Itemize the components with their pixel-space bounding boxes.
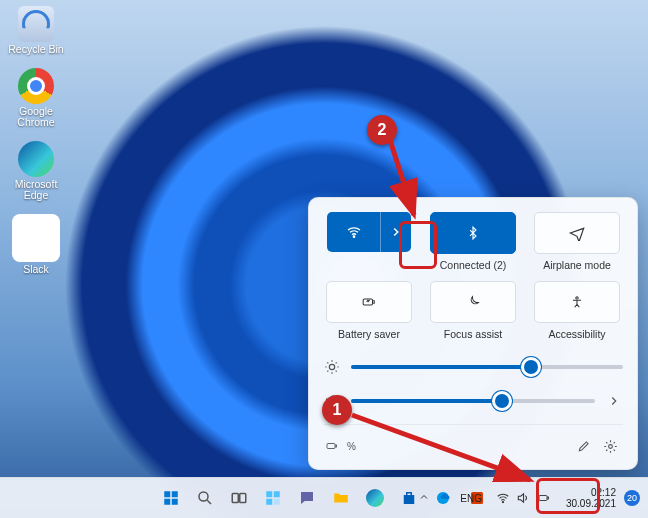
taskbar-system-tray: ENG 02:12 30.09.2021 20 [418, 487, 640, 509]
taskbar-clock[interactable]: 02:12 30.09.2021 [566, 487, 616, 509]
svg-point-3 [576, 297, 578, 299]
quick-settings-panel: Connected (2) Airplane mode Battery save… [308, 197, 638, 470]
battery-icon [536, 492, 552, 504]
bluetooth-toggle[interactable] [430, 212, 516, 254]
clock-time: 02:12 [591, 487, 616, 498]
tile-bluetooth: Connected (2) [427, 212, 519, 271]
svg-point-4 [329, 364, 334, 369]
moon-icon [466, 295, 480, 309]
desktop-icon-label: Microsoft Edge [6, 179, 66, 202]
recycle-bin-icon [18, 6, 54, 42]
taskbar: ENG 02:12 30.09.2021 20 [0, 477, 648, 518]
airplane-icon [569, 225, 585, 241]
svg-rect-5 [327, 444, 335, 449]
svg-rect-14 [240, 494, 246, 503]
volume-icon [516, 491, 530, 505]
widgets-button[interactable] [259, 484, 287, 512]
battery-icon [323, 440, 341, 452]
wifi-icon [346, 224, 362, 240]
annotation-step-1: 1 [322, 395, 352, 425]
tile-label: Airplane mode [543, 259, 611, 271]
desktop-icon-label: Google Chrome [6, 106, 66, 129]
tile-airplane-mode: Airplane mode [531, 212, 623, 271]
svg-rect-18 [274, 499, 280, 505]
svg-rect-9 [172, 491, 178, 497]
accessibility-icon [570, 295, 584, 309]
tile-wifi [323, 212, 415, 271]
notification-center-button[interactable]: 20 [624, 490, 640, 506]
volume-slider-row [323, 392, 623, 410]
start-button[interactable] [157, 484, 185, 512]
battery-saver-toggle[interactable] [326, 281, 412, 323]
language-indicator[interactable]: ENG [460, 493, 482, 504]
svg-point-7 [608, 444, 612, 448]
wifi-icon [496, 491, 510, 505]
volume-slider[interactable] [351, 399, 595, 403]
tile-battery-saver: Battery saver [323, 281, 415, 340]
network-volume-battery-button[interactable] [490, 488, 558, 508]
focus-assist-toggle[interactable] [430, 281, 516, 323]
slack-icon [12, 214, 60, 262]
svg-rect-11 [172, 499, 178, 505]
all-settings-button[interactable] [597, 433, 623, 459]
svg-rect-13 [232, 494, 238, 503]
svg-rect-2 [373, 301, 374, 303]
chevron-right-icon [389, 225, 403, 239]
pencil-icon [577, 439, 591, 453]
annotation-step-2: 2 [367, 115, 397, 145]
svg-rect-23 [547, 497, 548, 499]
tray-overflow-button[interactable] [418, 491, 430, 505]
battery-percent-text: % [347, 441, 356, 452]
desktop-icon-recycle-bin[interactable]: Recycle Bin [6, 6, 66, 56]
desktop-icons: Recycle Bin Google Chrome Microsoft Edge… [6, 6, 66, 275]
svg-rect-17 [266, 499, 272, 505]
chrome-icon [18, 68, 54, 104]
brightness-slider[interactable] [351, 365, 623, 369]
airplane-mode-toggle[interactable] [534, 212, 620, 254]
brightness-icon [323, 358, 341, 376]
taskbar-edge-button[interactable] [361, 484, 389, 512]
svg-rect-10 [164, 499, 170, 505]
svg-rect-15 [266, 491, 272, 497]
tile-label: Connected (2) [440, 259, 507, 271]
tile-label: Battery saver [338, 328, 400, 340]
battery-saver-icon [360, 295, 378, 309]
brightness-slider-row [323, 358, 623, 376]
svg-rect-8 [164, 491, 170, 497]
desktop-icon-label: Slack [23, 264, 49, 276]
clock-date: 30.09.2021 [566, 498, 616, 509]
svg-point-12 [199, 492, 208, 501]
tile-accessibility: Accessibility [531, 281, 623, 340]
search-button[interactable] [191, 484, 219, 512]
edge-icon [18, 141, 54, 177]
tile-label: Focus assist [444, 328, 502, 340]
edit-quick-settings-button[interactable] [571, 433, 597, 459]
svg-rect-16 [274, 491, 280, 497]
desktop-icon-microsoft-edge[interactable]: Microsoft Edge [6, 141, 66, 202]
svg-rect-6 [336, 445, 337, 447]
task-view-button[interactable] [225, 484, 253, 512]
desktop-icon-label: Recycle Bin [8, 44, 63, 56]
accessibility-toggle[interactable] [534, 281, 620, 323]
volume-expand-button[interactable] [605, 392, 623, 410]
tile-focus-assist: Focus assist [427, 281, 519, 340]
wifi-toggle[interactable] [327, 212, 380, 252]
gear-icon [603, 439, 618, 454]
bluetooth-icon [466, 226, 480, 240]
onedrive-tray-icon[interactable] [438, 490, 452, 507]
svg-point-0 [353, 236, 354, 237]
desktop-icon-google-chrome[interactable]: Google Chrome [6, 68, 66, 129]
quick-settings-footer: % [323, 424, 623, 459]
tile-label: Accessibility [548, 328, 605, 340]
battery-status[interactable]: % [323, 440, 356, 452]
file-explorer-button[interactable] [327, 484, 355, 512]
svg-rect-22 [539, 496, 547, 501]
svg-point-21 [502, 502, 503, 503]
wifi-expand-button[interactable] [380, 212, 411, 252]
desktop-icon-slack[interactable]: Slack [6, 214, 66, 276]
chat-button[interactable] [293, 484, 321, 512]
